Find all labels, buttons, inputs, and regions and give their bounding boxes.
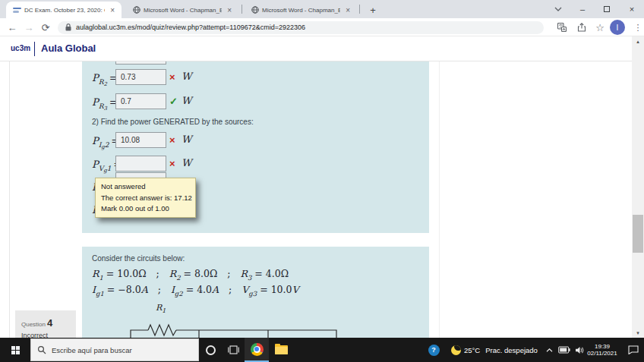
circuit-diagram bbox=[82, 300, 429, 338]
tray-date: 02/11/2021 bbox=[587, 350, 617, 357]
uc3m-logo[interactable]: uc3m bbox=[11, 44, 30, 52]
wrong-cross-icon: × bbox=[169, 134, 175, 146]
site-title[interactable]: Aula Global bbox=[41, 42, 96, 54]
formula-label: PR2= bbox=[92, 71, 117, 84]
browser-tab-strip: DC Exam. October 23, 2020: Onli × Micros… bbox=[0, 0, 644, 18]
question-label: Question bbox=[21, 321, 46, 328]
source-values-line: Ig1 = −8.0A;Ig2 = 4.0A;Vg3 = 10.0V bbox=[92, 284, 299, 297]
show-hidden-icons-button[interactable] bbox=[542, 338, 556, 362]
battery-icon bbox=[558, 346, 570, 354]
taskbar-search-input[interactable]: Escribe aquí para buscar bbox=[30, 338, 199, 361]
aula-global-favicon-icon bbox=[13, 8, 21, 13]
task-view-button[interactable] bbox=[222, 338, 245, 362]
tab-word-2[interactable]: Microsoft Word - Chapman_Exam × bbox=[245, 2, 357, 18]
content-left-border bbox=[9, 61, 10, 338]
windows-taskbar: Escribe aquí para buscar ? 25°C Prac. de… bbox=[0, 338, 644, 362]
get-help-tray-button[interactable]: ? bbox=[424, 338, 444, 362]
unit-label: W bbox=[182, 95, 191, 106]
scrollbar-thumb[interactable] bbox=[633, 215, 643, 253]
unit-label: W bbox=[182, 157, 191, 168]
tray-time: 19:39 bbox=[587, 343, 617, 351]
answer-input-partial[interactable] bbox=[115, 61, 166, 65]
scroll-down-icon[interactable]: ▾ bbox=[632, 328, 644, 338]
new-tab-button[interactable]: + bbox=[365, 2, 380, 17]
tab-word-1[interactable]: Microsoft Word - Chapman_Exam × bbox=[126, 2, 238, 18]
wrong-cross-icon: × bbox=[169, 71, 175, 83]
tab-close-icon[interactable]: × bbox=[343, 6, 352, 14]
action-center-button[interactable] bbox=[623, 338, 644, 362]
tab-title: Microsoft Word - Chapman_Exam bbox=[144, 7, 222, 14]
lock-icon bbox=[65, 24, 71, 31]
answer-input[interactable] bbox=[115, 93, 166, 109]
windows-logo-icon bbox=[11, 346, 20, 354]
chrome-icon bbox=[251, 343, 264, 356]
feedback-tooltip: Not answered The correct answer is: 17.1… bbox=[95, 178, 196, 218]
formula-label: PR3= bbox=[92, 95, 117, 109]
tab-divider bbox=[359, 5, 360, 14]
answer-row-pvg1: PVg1= × W bbox=[82, 156, 325, 172]
restore-button[interactable] bbox=[595, 0, 618, 18]
translate-icon[interactable] bbox=[553, 18, 571, 36]
tab-close-icon[interactable]: × bbox=[225, 6, 234, 14]
scroll-up-icon[interactable]: ▴ bbox=[632, 36, 644, 46]
chrome-taskbar-button[interactable] bbox=[245, 338, 269, 362]
globe-favicon-icon bbox=[251, 6, 259, 14]
answer-row-pig2: PIg2= × W bbox=[82, 132, 325, 149]
wrong-cross-icon: × bbox=[169, 158, 175, 169]
share-icon[interactable] bbox=[573, 18, 591, 36]
restore-icon bbox=[604, 6, 610, 12]
url-text: aulaglobal.uc3m.es/mod/quiz/review.php?a… bbox=[76, 24, 305, 31]
cortana-button[interactable] bbox=[199, 338, 222, 362]
browser-toolbar: ← → ⟳ aulaglobal.uc3m.es/mod/quiz/review… bbox=[0, 18, 644, 36]
weather-moon-button[interactable] bbox=[448, 338, 463, 362]
globe-favicon-icon bbox=[133, 6, 140, 14]
forward-button[interactable]: → bbox=[21, 18, 36, 36]
question4-intro: Consider the circuits below: bbox=[92, 254, 185, 263]
correct-check-icon: ✓ bbox=[169, 96, 178, 107]
help-icon: ? bbox=[428, 345, 440, 356]
tab-close-icon[interactable]: × bbox=[108, 6, 117, 14]
task-view-icon bbox=[228, 345, 239, 354]
page-content: PR2= × W PR3= ✓ W 2) Find the power GENE… bbox=[0, 61, 644, 338]
part2-prompt: 2) Find the power GENERATED by the sourc… bbox=[92, 118, 254, 126]
answer-input[interactable] bbox=[115, 132, 166, 148]
cortana-icon bbox=[206, 345, 216, 355]
resistor-values-line: R1 = 10.0Ω;R2 = 8.0Ω;R3 = 4.0Ω bbox=[92, 268, 289, 282]
question4-body: Consider the circuits below: R1 = 10.0Ω;… bbox=[82, 247, 429, 338]
search-icon bbox=[37, 345, 46, 354]
folder-icon bbox=[275, 345, 288, 354]
tab-search-chevron-icon[interactable] bbox=[547, 0, 570, 18]
page-scrollbar[interactable]: ▴ ▾ bbox=[632, 36, 644, 338]
profile-avatar[interactable]: I bbox=[610, 20, 625, 35]
browser-menu-icon[interactable]: ⋮ bbox=[629, 18, 644, 36]
start-button[interactable] bbox=[0, 338, 30, 362]
tab-divider bbox=[242, 5, 242, 14]
tooltip-line: Not answered bbox=[101, 181, 195, 193]
logo-divider bbox=[34, 42, 35, 56]
chevron-up-icon bbox=[546, 348, 553, 352]
answer-row-pr3: PR3= ✓ W bbox=[82, 93, 325, 110]
content-right-border bbox=[439, 61, 440, 338]
unit-label: W bbox=[182, 71, 191, 82]
speaker-icon bbox=[575, 346, 585, 354]
tab-dc-exam[interactable]: DC Exam. October 23, 2020: Onli × bbox=[6, 2, 122, 18]
question-number: 4 bbox=[47, 317, 52, 329]
action-center-icon bbox=[628, 345, 639, 354]
answer-input[interactable] bbox=[115, 69, 166, 85]
tab-title: Microsoft Word - Chapman_Exam bbox=[262, 7, 340, 14]
file-explorer-button[interactable] bbox=[269, 338, 293, 362]
weather-widget[interactable]: 25°C Prac. despejado bbox=[464, 338, 540, 362]
minimize-button[interactable]: – bbox=[571, 0, 594, 18]
battery-tray-button[interactable] bbox=[557, 338, 572, 362]
address-bar[interactable]: aulaglobal.uc3m.es/mod/quiz/review.php?a… bbox=[58, 21, 544, 34]
reload-button[interactable]: ⟳ bbox=[38, 18, 53, 36]
answer-input[interactable] bbox=[115, 156, 166, 172]
screenshot-root: DC Exam. October 23, 2020: Onli × Micros… bbox=[0, 0, 644, 362]
close-window-button[interactable]: × bbox=[620, 0, 644, 18]
back-button[interactable]: ← bbox=[5, 18, 20, 36]
clock-tray-button[interactable]: 19:39 02/11/2021 bbox=[585, 338, 620, 362]
bookmark-star-icon[interactable]: ☆ bbox=[591, 18, 609, 36]
moon-icon bbox=[451, 345, 461, 355]
search-placeholder: Escribe aquí para buscar bbox=[52, 346, 132, 354]
site-header: uc3m Aula Global bbox=[0, 36, 644, 61]
